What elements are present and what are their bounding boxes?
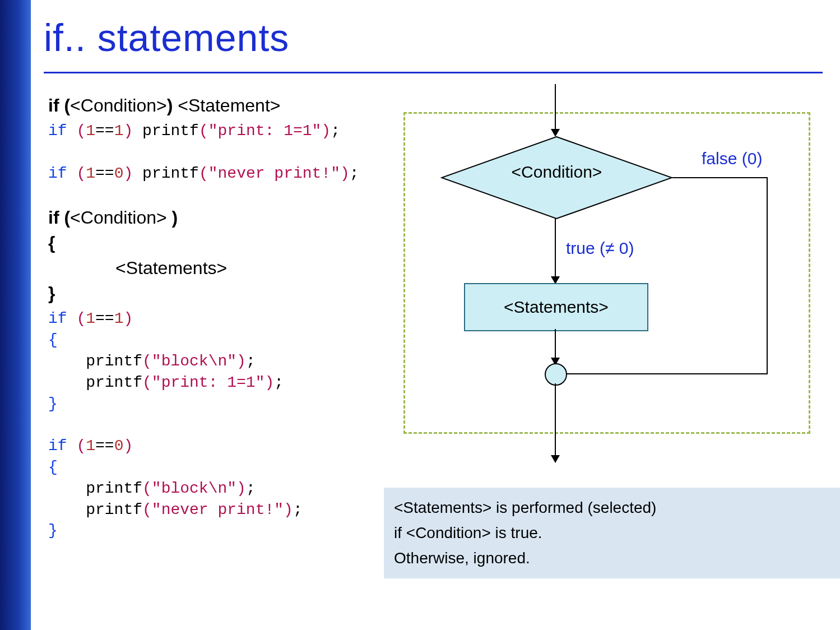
paren-open: ( [76,437,86,455]
slide-title: if.. statements [44,16,289,59]
paren-close: ) [264,374,274,391]
paren-close: ) [321,122,331,140]
paren-open: ( [142,480,152,497]
fn-printf: printf [48,501,142,518]
paren-open: ( [142,374,152,391]
paren-close: ) [236,353,246,370]
paren-close: ) [123,165,133,182]
kw-if: if [48,122,67,140]
cond-placeholder: <Condition> [70,95,167,115]
fn-printf: printf [133,122,199,140]
brace-open: { [48,331,58,349]
semicolon: ; [331,122,340,140]
fn-printf: printf [48,480,142,497]
fn-printf: printf [133,165,199,182]
false-branch-label: false (0) [702,149,762,168]
paren-close: ) [284,501,293,518]
semicolon: ; [350,165,359,182]
num: 1 [86,437,95,455]
string-literal: "block\n" [152,353,236,370]
merge-node [545,363,567,386]
paren-open: ( [76,165,86,182]
paren-open: ( [76,310,86,327]
fn-printf: printf [48,353,142,370]
fn-printf: printf [48,374,142,391]
semicolon: ; [293,501,303,518]
string-literal: "never print!" [152,501,284,518]
slide: if.. statements if (<Condition>) <Statem… [0,0,840,630]
statements-label: <Statements> [504,298,609,317]
paren-open: ( [199,165,208,182]
explain-line-2: if <Condition> is true. [394,521,834,546]
string-literal: "never print!" [208,165,340,182]
kw-if: if [48,165,67,182]
kw-if: if ( [48,207,70,228]
paren-close: ) [123,310,133,327]
brace-close: } [48,283,55,303]
left-column: if (<Condition>) <Statement> if (1==1) p… [48,95,379,541]
arrow-entry [555,84,556,136]
true-branch-label: true (≠ 0) [566,239,634,258]
arrow-false-h [672,177,768,178]
stmt-placeholder: <Statement> [178,95,280,115]
num: 1 [86,310,95,327]
num: 0 [114,165,124,182]
paren-close: ) [340,165,350,182]
num: 1 [114,122,124,140]
kw-if: if [48,310,67,327]
paren-close: ) [123,122,133,140]
num: 1 [114,310,124,327]
paren-open: ( [199,122,208,140]
paren-open: ( [142,353,152,370]
paren-close: ) [123,437,133,455]
statements-box: <Statements> [464,283,648,331]
brace-close: } [48,395,58,413]
kw-if: if ( [48,95,70,115]
paren-open: ( [142,501,152,518]
syntax-form-2-open: { [48,233,379,253]
stmts-placeholder: <Statements> [115,258,227,278]
explain-line-3: Otherwise, ignored. [394,546,834,571]
syntax-form-2-body: <Statements> [48,258,379,279]
syntax-form-1: if (<Condition>) <Statement> [48,95,379,116]
num: 1 [86,122,95,140]
semicolon: ; [246,480,256,497]
kw-paren-close: ) [167,95,178,115]
arrow-false-merge-h [565,373,768,374]
brace-close: } [48,522,58,539]
brace-open: { [48,233,55,253]
cond-placeholder: <Condition> [70,207,167,228]
num: 1 [86,165,95,182]
arrow-false-v [767,177,768,373]
arrow-head-icon [551,455,560,463]
arrow-true [555,219,556,283]
string-literal: "print: 1=1" [208,122,322,140]
kw-paren-close: ) [167,207,178,228]
op: == [95,165,114,182]
code-example-1: if (1==1) printf("print: 1=1"); if (1==0… [48,121,379,184]
semicolon: ; [246,353,256,370]
op: == [95,310,114,327]
title-underline [44,72,823,73]
syntax-form-2-close: } [48,283,379,304]
decision-label: <Condition> [440,163,673,182]
paren-close: ) [236,480,246,497]
code-example-3: if (1==1) { printf("block\n"); printf("p… [48,308,379,541]
explain-line-1: <Statements> is performed (selected) [394,495,834,521]
flowchart: <Condition> false (0) true (≠ 0) <Statem… [392,84,818,443]
paren-open: ( [76,122,86,140]
left-accent-bar [0,0,31,630]
semicolon: ; [274,374,284,391]
op: == [95,122,114,140]
explanation-box: <Statements> is performed (selected) if … [384,488,840,578]
op: == [95,437,114,455]
string-literal: "print: 1=1" [152,374,265,391]
string-literal: "block\n" [152,480,236,497]
right-column: <Condition> false (0) true (≠ 0) <Statem… [392,84,824,555]
syntax-form-2-line1: if (<Condition> ) [48,207,379,228]
arrow-rect-merge [555,329,556,364]
brace-open: { [48,458,58,476]
num: 0 [114,437,124,455]
kw-if: if [48,437,67,455]
arrow-exit [555,383,556,462]
